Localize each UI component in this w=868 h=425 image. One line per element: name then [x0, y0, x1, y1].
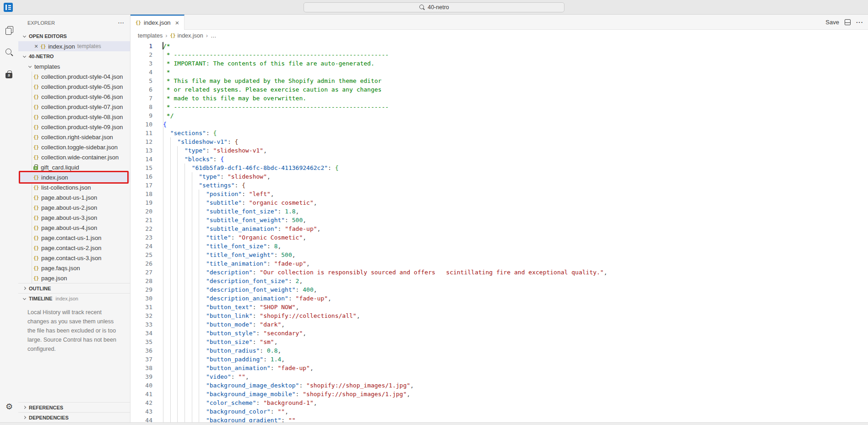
breadcrumb-folder[interactable]: templates — [138, 33, 163, 39]
code-line[interactable]: 8 * ------------------------------------… — [130, 103, 868, 111]
code-line[interactable]: 38 "button_animation": "fade-up", — [130, 364, 868, 372]
code-line[interactable]: 30 "description_animation": "fade-up", — [130, 294, 868, 303]
code-line[interactable]: 17 "settings": { — [130, 181, 868, 190]
file-item-collection.product-style-08.json[interactable]: {}collection.product-style-08.json — [18, 112, 130, 122]
code-line[interactable]: 16 "type": "slideshow", — [130, 172, 868, 181]
file-item-collection.product-style-07.json[interactable]: {}collection.product-style-07.json — [18, 102, 130, 112]
code-line[interactable]: 27 "description": "Our collection is res… — [130, 268, 868, 277]
code-line[interactable]: 5 * This file may be updated by the Shop… — [130, 76, 868, 85]
code-editor[interactable]: 1/*2 * ---------------------------------… — [130, 41, 868, 422]
file-item-page.about-us-2.json[interactable]: {}page.about-us-2.json — [18, 202, 130, 212]
code-line[interactable]: 11 "sections": { — [130, 129, 868, 137]
code-line[interactable]: 4 * — [130, 68, 868, 76]
settings-button[interactable]: ⚙ — [0, 396, 18, 418]
tab-index-json[interactable]: {} index.json × — [130, 15, 184, 30]
search-view-button[interactable] — [0, 41, 18, 63]
code-line[interactable]: 42 "color_scheme": "background-1", — [130, 398, 868, 407]
explorer-more-actions-icon[interactable]: ··· — [118, 20, 125, 26]
code-line[interactable]: 22 "subtitle_animation": "fade-up", — [130, 224, 868, 233]
code-line[interactable]: 7 * made to this file may be overwritten… — [130, 94, 868, 103]
tab-bar: {} index.json × Save ··· — [130, 15, 868, 30]
code-line[interactable]: 36 "button_radius": 0.8, — [130, 346, 868, 355]
file-item-page.about-us-1.json[interactable]: {}page.about-us-1.json — [18, 192, 130, 202]
code-line[interactable]: 6 * or related systems. Please exercise … — [130, 85, 868, 94]
file-item-page.about-us-3.json[interactable]: {}page.about-us-3.json — [18, 212, 130, 223]
line-number: 16 — [130, 172, 152, 181]
file-item-page.contact-us-1.json[interactable]: {}page.contact-us-1.json — [18, 233, 130, 243]
code-line[interactable]: 32 "button_link": "shopify://collections… — [130, 311, 868, 320]
code-line[interactable]: 20 "subtitle_font_size": 1.8, — [130, 207, 868, 216]
code-line[interactable]: 41 "background_image_mobile": "shopify:/… — [130, 390, 868, 398]
explorer-view-button[interactable] — [0, 19, 18, 41]
file-item-collection.product-style-09.json[interactable]: {}collection.product-style-09.json — [18, 122, 130, 132]
file-item-page.about-us-4.json[interactable]: {}page.about-us-4.json — [18, 223, 130, 233]
breadcrumb-file[interactable]: {} index.json — [170, 33, 203, 39]
code-line[interactable]: 19 "subtitle": "organic cosmetic", — [130, 198, 868, 207]
open-editor-item-index-json[interactable]: × {} index.json templates — [18, 41, 130, 51]
code-line[interactable]: 24 "title_font_size": 8, — [130, 242, 868, 251]
save-button[interactable]: Save — [825, 19, 839, 26]
search-command-center[interactable]: 40-netro — [304, 2, 564, 12]
code-line[interactable]: 14 "blocks": { — [130, 155, 868, 163]
file-item-collection.product-style-06.json[interactable]: {}collection.product-style-06.json — [18, 92, 130, 102]
folder-templates[interactable]: templates — [18, 61, 130, 71]
app-logo-icon[interactable] — [4, 3, 13, 12]
line-number: 20 — [130, 207, 152, 216]
code-line[interactable]: 18 "position": "left", — [130, 190, 868, 198]
file-item-collection.wide-container.json[interactable]: {}collection.wide-container.json — [18, 152, 130, 162]
code-line[interactable]: 40 "background_image_desktop": "shopify:… — [130, 381, 868, 390]
code-line[interactable]: 12 "slideshow-v1": { — [130, 137, 868, 146]
code-line[interactable]: 15 "61db5fa9-dcf1-46fc-8bdc-4113692462c2… — [130, 163, 868, 172]
split-editor-icon[interactable] — [845, 19, 851, 25]
file-item-collection.product-style-05.json[interactable]: {}collection.product-style-05.json — [18, 82, 130, 92]
code-line[interactable]: 29 "description_font_weight": 400, — [130, 285, 868, 294]
code-line[interactable]: 43 "background_color": "", — [130, 407, 868, 416]
line-number: 43 — [130, 407, 152, 416]
open-editors-header[interactable]: OPEN EDITORS — [18, 31, 130, 41]
json-file-icon: {} — [136, 20, 141, 25]
file-item-page.json[interactable]: {}page.json — [18, 273, 130, 283]
file-item-collection.right-sidebar.json[interactable]: {}collection.right-sidebar.json — [18, 132, 130, 142]
code-line[interactable]: 35 "button_size": "sm", — [130, 338, 868, 346]
code-line[interactable]: 44 "background_gradient": "" — [130, 416, 868, 422]
code-line[interactable]: 1/* — [130, 42, 868, 50]
timeline-header[interactable]: TIMELINE index.json — [18, 293, 130, 303]
code-line[interactable]: 2 * ------------------------------------… — [130, 50, 868, 59]
references-header[interactable]: REFERENCES — [18, 402, 130, 412]
file-item-page.contact-us-3.json[interactable]: {}page.contact-us-3.json — [18, 253, 130, 263]
close-icon[interactable]: × — [175, 19, 179, 26]
code-line[interactable]: 39 "video": "", — [130, 372, 868, 381]
code-line[interactable]: 34 "button_style": "secondary", — [130, 329, 868, 338]
code-line[interactable]: 10{ — [130, 120, 868, 129]
line-number: 11 — [130, 129, 152, 137]
editor-more-actions-icon[interactable]: ··· — [856, 19, 863, 26]
file-item-collection.product-style-04.json[interactable]: {}collection.product-style-04.json — [18, 71, 130, 82]
code-line[interactable]: 25 "title_font_weight": 500, — [130, 251, 868, 259]
json-file-icon: {} — [33, 74, 39, 79]
close-icon[interactable]: × — [34, 43, 38, 49]
code-line[interactable]: 31 "button_text": "SHOP NOW", — [130, 303, 868, 311]
code-line[interactable]: 26 "title_animation": "fade-up", — [130, 259, 868, 268]
shopify-view-button[interactable]: S — [0, 63, 18, 85]
project-root-header[interactable]: 40-NETRO — [18, 51, 130, 61]
code-line[interactable]: 37 "button_padding": 1.4, — [130, 355, 868, 364]
code-line[interactable]: 3 * IMPORTANT: The contents of this file… — [130, 59, 868, 68]
outline-header[interactable]: OUTLINE — [18, 283, 130, 293]
breadcrumb-separator: › — [165, 33, 167, 39]
file-item-list-collections.json[interactable]: {}list-collections.json — [18, 182, 130, 192]
code-line[interactable]: 9 */ — [130, 111, 868, 120]
file-item-page.contact-us-2.json[interactable]: {}page.contact-us-2.json — [18, 243, 130, 253]
code-line[interactable]: 33 "button_mode": "dark", — [130, 320, 868, 329]
code-line[interactable]: 28 "description_font_size": 2, — [130, 277, 868, 285]
file-item-page.faqs.json[interactable]: {}page.faqs.json — [18, 263, 130, 273]
dependencies-header[interactable]: DEPENDENCIES — [18, 412, 130, 422]
code-line[interactable]: 13 "type": "slideshow-v1", — [130, 146, 868, 155]
file-item-index.json[interactable]: {}index.json — [18, 172, 130, 182]
breadcrumb-symbol-tail[interactable]: … — [211, 33, 217, 39]
file-item-collection.toggle-sidebar.json[interactable]: {}collection.toggle-sidebar.json — [18, 142, 130, 152]
code-line[interactable]: 23 "title": "Organic Cosmetic", — [130, 233, 868, 242]
code-line[interactable]: 21 "subtitle_font_weight": 500, — [130, 216, 868, 224]
file-item-gift_card.liquid[interactable]: Sgift_card.liquid — [18, 162, 130, 172]
timeline-context: index.json — [55, 296, 78, 301]
chevron-down-icon — [28, 65, 32, 68]
